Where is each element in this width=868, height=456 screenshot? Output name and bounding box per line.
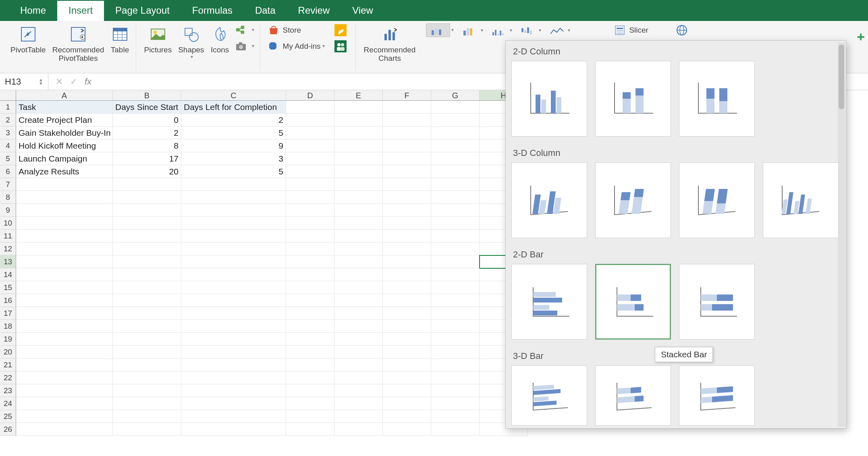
cell-D2[interactable]: [286, 114, 334, 126]
cell-F1[interactable]: [383, 101, 431, 114]
cell-F4[interactable]: [383, 139, 431, 152]
cell-A6[interactable]: Analyze Results: [16, 165, 113, 178]
cell-E15[interactable]: [334, 281, 383, 294]
row-header-12[interactable]: 12: [0, 243, 16, 255]
cell-D8[interactable]: [286, 191, 334, 204]
cell-A19[interactable]: [16, 333, 113, 346]
row-header-20[interactable]: 20: [0, 346, 16, 359]
row-header-19[interactable]: 19: [0, 333, 16, 346]
row-header-6[interactable]: 6: [0, 165, 16, 178]
cell-D26[interactable]: [286, 423, 334, 436]
cell-F21[interactable]: [383, 359, 431, 371]
row-header-2[interactable]: 2: [0, 114, 16, 126]
cell-G26[interactable]: [431, 423, 480, 436]
cell-G25[interactable]: [431, 410, 480, 423]
cell-B15[interactable]: [113, 281, 181, 294]
cell-A3[interactable]: Gain Stakeholder Buy-In: [16, 126, 113, 139]
cell-C6[interactable]: 5: [181, 165, 286, 178]
cell-B20[interactable]: [113, 346, 181, 359]
cell-D4[interactable]: [286, 139, 334, 152]
row-header-15[interactable]: 15: [0, 281, 16, 294]
cell-G11[interactable]: [431, 230, 480, 243]
cell-A15[interactable]: [16, 281, 113, 294]
row-header-14[interactable]: 14: [0, 268, 16, 281]
cell-B17[interactable]: [113, 307, 181, 320]
cell-A22[interactable]: [16, 371, 113, 384]
cell-E18[interactable]: [334, 320, 383, 333]
cell-G17[interactable]: [431, 307, 480, 320]
cell-E10[interactable]: [334, 217, 383, 230]
cell-C10[interactable]: [181, 217, 286, 230]
cell-D3[interactable]: [286, 126, 334, 139]
cell-E23[interactable]: [334, 384, 383, 397]
cell-D22[interactable]: [286, 371, 334, 384]
cell-C20[interactable]: [181, 346, 286, 359]
column-header-B[interactable]: B: [113, 90, 181, 101]
chart-3d-clustered-column[interactable]: [511, 162, 587, 238]
cell-C1[interactable]: Days Left for Completion: [181, 101, 286, 114]
row-header-5[interactable]: 5: [0, 152, 16, 165]
cell-C24[interactable]: [181, 397, 286, 410]
cell-G2[interactable]: [431, 114, 480, 126]
cell-G23[interactable]: [431, 384, 480, 397]
cell-E12[interactable]: [334, 243, 383, 255]
cell-F23[interactable]: [383, 384, 431, 397]
cell-B2[interactable]: 0: [113, 114, 181, 126]
row-header-1[interactable]: 1: [0, 101, 16, 114]
tab-insert[interactable]: Insert: [57, 1, 104, 21]
cell-A20[interactable]: [16, 346, 113, 359]
chart-stacked-column[interactable]: [595, 61, 671, 137]
cell-E22[interactable]: [334, 371, 383, 384]
cell-B6[interactable]: 20: [113, 165, 181, 178]
chart-clustered-column[interactable]: [511, 61, 587, 137]
cell-A11[interactable]: [16, 230, 113, 243]
cell-B18[interactable]: [113, 320, 181, 333]
cell-A23[interactable]: [16, 384, 113, 397]
people-graph-button[interactable]: [332, 39, 352, 53]
cell-F15[interactable]: [383, 281, 431, 294]
chart-3d-stacked-bar[interactable]: [595, 365, 671, 426]
my-addins-button[interactable]: My Add-ins▾: [265, 39, 327, 53]
cell-G13[interactable]: [431, 255, 480, 268]
cell-B1[interactable]: Days Since Start: [113, 101, 181, 114]
cell-D16[interactable]: [286, 294, 334, 307]
cell-A17[interactable]: [16, 307, 113, 320]
cell-E19[interactable]: [334, 333, 383, 346]
bing-maps-button[interactable]: [332, 23, 352, 37]
row-header-24[interactable]: 24: [0, 397, 16, 410]
cell-F26[interactable]: [383, 423, 431, 436]
cell-E8[interactable]: [334, 191, 383, 204]
cell-D19[interactable]: [286, 333, 334, 346]
row-header-25[interactable]: 25: [0, 410, 16, 423]
cell-D24[interactable]: [286, 397, 334, 410]
cell-F10[interactable]: [383, 217, 431, 230]
chart-3d-column[interactable]: [763, 162, 839, 238]
cell-F13[interactable]: [383, 255, 431, 268]
cell-A18[interactable]: [16, 320, 113, 333]
cell-F22[interactable]: [383, 371, 431, 384]
screenshot-button[interactable]: ▾: [233, 39, 257, 53]
cell-E4[interactable]: [334, 139, 383, 152]
cell-E26[interactable]: [334, 423, 383, 436]
cell-B10[interactable]: [113, 217, 181, 230]
chart-stacked-bar[interactable]: [595, 264, 671, 340]
cell-F18[interactable]: [383, 320, 431, 333]
cell-D12[interactable]: [286, 243, 334, 255]
cell-E7[interactable]: [334, 178, 383, 191]
cell-D18[interactable]: [286, 320, 334, 333]
cell-A21[interactable]: [16, 359, 113, 371]
cancel-formula-icon[interactable]: ✕: [56, 77, 63, 87]
cell-A1[interactable]: Task: [16, 101, 113, 114]
cell-E1[interactable]: [334, 101, 383, 114]
row-header-26[interactable]: 26: [0, 423, 16, 436]
select-all-corner[interactable]: [0, 90, 16, 101]
cell-A2[interactable]: Create Project Plan: [16, 114, 113, 126]
cell-F16[interactable]: [383, 294, 431, 307]
recommended-pivot-button[interactable]: Recommended PivotTables: [49, 23, 108, 64]
cell-E13[interactable]: [334, 255, 383, 268]
row-header-11[interactable]: 11: [0, 230, 16, 243]
cell-E6[interactable]: [334, 165, 383, 178]
cell-C16[interactable]: [181, 294, 286, 307]
cell-E20[interactable]: [334, 346, 383, 359]
shapes-button[interactable]: Shapes ▾: [175, 23, 207, 61]
